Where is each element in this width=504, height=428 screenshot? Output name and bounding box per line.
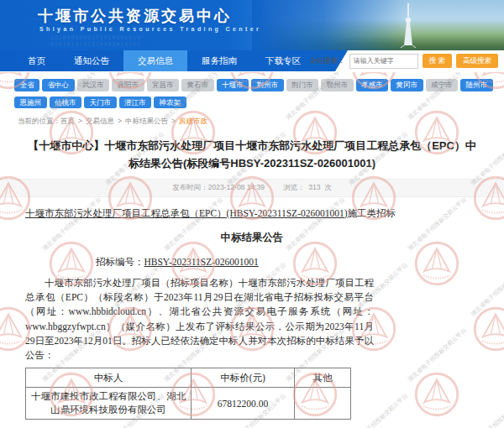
table-header-cell: 其他: [295, 368, 351, 388]
region-button-荆门市[interactable]: 荆门市: [286, 79, 319, 91]
site-title: 十堰市公共资源交易中心: [38, 6, 232, 26]
site-subtitle: Shiyan Public Resources Trading Center: [39, 26, 261, 32]
region-button-潜江市[interactable]: 潜江市: [119, 97, 152, 109]
breadcrumb: 当前的位置：首页>交易信息>中标结果公告>房建市政: [0, 113, 504, 129]
region-button-黄冈市[interactable]: 黄冈市: [391, 79, 423, 91]
region-button-荆州市[interactable]: 荆州市: [251, 79, 284, 91]
breadcrumb-current: 房建市政: [179, 117, 207, 125]
doc-title-underlined: 十堰市东部污水处理厂项目工程总承包（EPC）(HBSY-202311SZ-026…: [25, 208, 348, 218]
region-button-恩施州[interactable]: 恩施州: [14, 97, 47, 109]
nav-tab-首页[interactable]: 首页: [13, 50, 60, 71]
breadcrumb-item-交易信息[interactable]: 交易信息: [86, 117, 114, 125]
doc-title-line: 十堰市东部污水处理厂项目工程总承包（EPC）(HBSY-202311SZ-026…: [25, 207, 479, 220]
document-body: 十堰市东部污水处理厂项目工程总承包（EPC）(HBSY-202311SZ-026…: [25, 207, 479, 428]
region-button-武汉市[interactable]: 武汉市: [77, 79, 110, 91]
region-button-十堰市[interactable]: 十堰市: [217, 79, 249, 91]
breadcrumb-separator: >: [171, 117, 176, 125]
table-row: 十堰市建投市政工程有限公司、湖北山鼎环境科技股份有限公司67812200.00: [26, 388, 351, 420]
region-button-随州市[interactable]: 随州市: [460, 79, 493, 91]
search-label: 全站搜索：: [309, 56, 345, 66]
site-header: 十堰市公共资源交易中心 Shiyan Public Resources Trad…: [0, 0, 504, 50]
region-button-神农架[interactable]: 神农架: [154, 97, 186, 109]
nav-tab-下载专区[interactable]: 下载专区: [251, 50, 315, 71]
region-button-咸宁市[interactable]: 咸宁市: [426, 79, 459, 91]
region-button-黄石市[interactable]: 黄石市: [181, 79, 214, 91]
announcement-paragraph: 十堰市东部污水处理厂项目（招标项目名称）十堰市东部污水处理厂项目工程总承包（EP…: [25, 276, 374, 363]
publish-time: 发布时间：2023-12-08 14:39: [172, 183, 265, 193]
doc-heading: 中标结果公告: [25, 231, 479, 245]
bid-result-table: 中标人中标价(元)其他 十堰市建投市政工程有限公司、湖北山鼎环境科技股份有限公司…: [25, 368, 351, 420]
binary-decoration: 1010101000101010101010 01010101010101010…: [50, 35, 141, 49]
tv-tower-icon: [399, 2, 417, 49]
header-photo-fade: [252, 0, 504, 50]
breadcrumb-separator: >: [78, 117, 82, 125]
region-button-全省[interactable]: 全省: [14, 79, 39, 91]
region-button-天门市[interactable]: 天门市: [84, 97, 117, 109]
table-header-cell: 中标价(元): [192, 368, 295, 388]
region-button-宜昌市[interactable]: 宜昌市: [147, 79, 180, 91]
table-cell-price: 67812200.00: [192, 388, 295, 420]
main-navbar: 首页通知公告交易信息服务指南下载专区 全站搜索： 搜 索 高级搜索: [0, 50, 504, 71]
table-cell-other: [295, 388, 351, 420]
table-cell-winner: 十堰市建投市政工程有限公司、湖北山鼎环境科技股份有限公司: [26, 388, 192, 420]
search-button[interactable]: 搜 索: [423, 54, 452, 68]
doc-title-suffix: 施工类招标: [348, 208, 396, 218]
nav-tab-服务指南[interactable]: 服务指南: [187, 50, 251, 71]
bid-number-line: 招标编号：HBSY-202311SZ-026001001: [25, 256, 479, 269]
advanced-search-button[interactable]: 高级搜索: [456, 54, 498, 68]
breadcrumb-prefix: 当前的位置：: [18, 117, 60, 125]
bid-number: HBSY-202311SZ-026001001: [144, 257, 259, 267]
table-header-row: 中标人中标价(元)其他: [26, 368, 351, 388]
breadcrumb-item-首页[interactable]: 首页: [60, 117, 75, 125]
nav-tab-通知公告[interactable]: 通知公告: [60, 50, 123, 71]
page-title: 【十堰市中心】十堰市东部污水处理厂项目十堰市东部污水处理厂项目工程总承包（EPC…: [24, 137, 480, 173]
table-body: 十堰市建投市政工程有限公司、湖北山鼎环境科技股份有限公司67812200.00: [26, 388, 351, 420]
article-meta: 发布时间：2023-12-08 14:39 浏览： 313 次: [0, 179, 504, 197]
region-filter-bar: 全省省中心武汉市襄阳市宜昌市黄石市十堰市荆州市荆门市鄂州市孝感市黄冈市咸宁市随州…: [0, 71, 504, 113]
search-input[interactable]: [349, 54, 418, 69]
page: 十堰市公共资源交易中心 Shiyan Public Resources Trad…: [0, 0, 504, 428]
view-count: 浏览： 313 次: [283, 183, 332, 193]
region-button-省中心[interactable]: 省中心: [42, 79, 75, 91]
region-button-鄂州市[interactable]: 鄂州市: [321, 79, 354, 91]
region-button-襄阳市[interactable]: 襄阳市: [112, 79, 144, 91]
nav-tab-交易信息[interactable]: 交易信息: [123, 50, 187, 71]
region-button-孝感市[interactable]: 孝感市: [356, 79, 389, 91]
bid-number-label: 招标编号：: [96, 257, 144, 267]
region-button-仙桃市[interactable]: 仙桃市: [50, 97, 82, 109]
breadcrumb-separator: >: [118, 117, 122, 125]
table-header-cell: 中标人: [26, 368, 192, 388]
site-search: 全站搜索： 搜 索 高级搜索: [309, 50, 504, 71]
breadcrumb-item-中标结果公告[interactable]: 中标结果公告: [125, 117, 168, 125]
